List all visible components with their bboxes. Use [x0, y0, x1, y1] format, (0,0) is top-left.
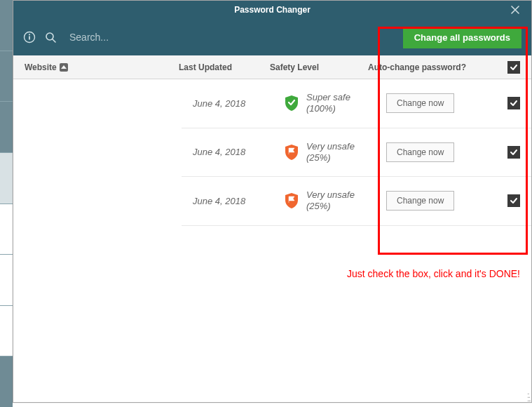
search-icon[interactable]: [44, 31, 57, 44]
titlebar: Password Changer: [13, 1, 531, 19]
safety-label: Very unsafe: [306, 141, 355, 152]
safety-shield-icon: [284, 145, 299, 160]
background-sidebar: [0, 0, 13, 407]
change-now-button[interactable]: Change now: [386, 93, 454, 113]
apple-icon: [0, 255, 13, 305]
safety-label: Super safe: [306, 92, 350, 103]
svg-point-1: [29, 34, 30, 35]
safety-shield-icon: [284, 95, 299, 111]
table-row: June 4, 2018Very unsafe(25%)Change now: [182, 128, 531, 178]
row-checkbox[interactable]: [507, 97, 520, 109]
safety-label: Very unsafe: [306, 189, 355, 201]
annotation-text: Just check the box, click and it's DONE!: [347, 268, 520, 279]
safety-percent: (100%): [306, 103, 350, 114]
column-safety-level[interactable]: Safety Level: [270, 62, 368, 72]
last-updated-value: June 4, 2018: [193, 196, 284, 206]
svg-line-4: [53, 39, 55, 42]
close-button[interactable]: [505, 1, 526, 19]
safety-percent: (25%): [306, 152, 355, 164]
row-checkbox[interactable]: [507, 194, 520, 207]
toolbar: Change all passwords: [13, 19, 531, 55]
search-input[interactable]: [69, 32, 280, 43]
table-body: June 4, 2018Super safe(100%)Change nowJu…: [13, 79, 531, 226]
svg-rect-2: [29, 36, 30, 40]
select-all-checkbox[interactable]: [507, 61, 520, 74]
table-header: Website Last Updated Safety Level Auto-c…: [13, 55, 531, 79]
column-auto-change[interactable]: Auto-change password?: [368, 62, 466, 72]
resize-grip[interactable]: .........: [527, 390, 530, 401]
row-checkbox[interactable]: [507, 146, 520, 159]
info-icon[interactable]: [23, 31, 36, 44]
column-last-updated[interactable]: Last Updated: [179, 62, 270, 72]
table-row: June 4, 2018Super safe(100%)Change now: [182, 79, 531, 128]
safety-shield-icon: [284, 193, 299, 208]
sort-ascending-icon[interactable]: [60, 63, 68, 72]
apple-icon: [0, 204, 13, 255]
column-website[interactable]: Website: [25, 62, 57, 72]
change-now-button[interactable]: Change now: [386, 142, 454, 162]
safety-percent: (25%): [306, 201, 355, 212]
change-now-button[interactable]: Change now: [386, 191, 454, 211]
window-title: Password Changer: [234, 5, 311, 15]
last-updated-value: June 4, 2018: [193, 147, 284, 157]
last-updated-value: June 4, 2018: [193, 98, 284, 109]
change-all-passwords-button[interactable]: Change all passwords: [403, 27, 521, 48]
password-changer-window: Password Changer Change all passwords We…: [13, 0, 532, 403]
table-row: June 4, 2018Very unsafe(25%)Change now: [182, 177, 531, 226]
